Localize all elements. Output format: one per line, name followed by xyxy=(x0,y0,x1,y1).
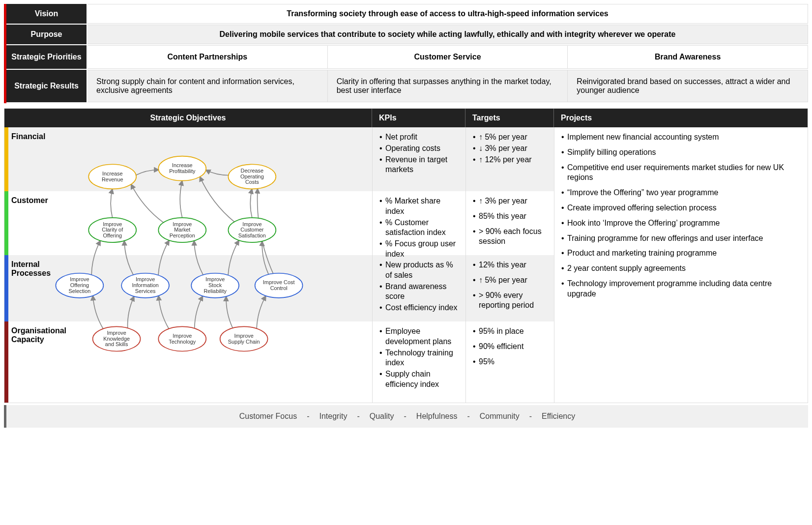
list-item: > 90% each focus session xyxy=(473,227,547,247)
strategic-result: Reinvigorated brand based on successes, … xyxy=(568,70,808,102)
header-projects: Projects xyxy=(554,109,808,127)
separator: - xyxy=(302,412,314,421)
svg-text:Improve: Improve xyxy=(242,221,261,227)
list-item: % Focus group user index xyxy=(379,239,459,260)
causal-arrow xyxy=(128,296,135,328)
svg-text:Satisfaction: Satisfaction xyxy=(238,233,266,238)
strategy-map-svg: IncreaseRevenueIncreaseProfitabilityDecr… xyxy=(4,127,312,403)
strategic-priority: Customer Service xyxy=(328,45,568,69)
causal-arrow xyxy=(124,240,133,275)
objective-node: ImproveTechnology xyxy=(158,326,206,351)
list-item: Operating costs xyxy=(379,144,459,154)
svg-text:and Skills: and Skills xyxy=(105,341,128,347)
svg-text:Information: Information xyxy=(132,282,158,288)
targets-column: ↑ 5% per year↓ 3% per year↑ 12% per year… xyxy=(465,127,554,403)
list-item: Revenue in target markets xyxy=(379,155,459,175)
list-item: Net profit xyxy=(379,132,459,143)
strategic-result: Strong supply chain for content and info… xyxy=(87,70,328,102)
svg-text:Perception: Perception xyxy=(170,233,195,238)
svg-text:Improve Cost: Improve Cost xyxy=(263,279,295,285)
objective-node: ImproveSupply Chain xyxy=(220,326,268,351)
vision-text: Transforming society through ease of acc… xyxy=(87,4,808,24)
strategic-priority: Brand Awareness xyxy=(568,45,808,69)
svg-text:Knowledge: Knowledge xyxy=(103,336,130,342)
list-item: % Market share index xyxy=(379,196,459,217)
svg-text:Improve: Improve xyxy=(173,221,192,227)
svg-text:Market: Market xyxy=(174,227,190,233)
top-section: Vision Transforming society through ease… xyxy=(4,4,808,103)
svg-text:Increase: Increase xyxy=(102,171,123,176)
customer-kpis: % Market share index% Customer satisfact… xyxy=(373,191,465,255)
svg-text:Costs: Costs xyxy=(245,179,259,185)
svg-text:Services: Services xyxy=(135,288,156,294)
causal-arrow xyxy=(180,180,182,218)
objective-node: Improve CostControl xyxy=(255,273,303,298)
list-item: 85% this year xyxy=(473,211,547,222)
causal-arrow xyxy=(159,295,169,329)
internal-kpis: New products as % of salesBrand awarenes… xyxy=(373,255,465,321)
svg-text:Improve: Improve xyxy=(103,221,122,227)
objective-node: ImproveKnowledgeand Skills xyxy=(93,326,141,351)
core-value: Customer Focus xyxy=(234,412,302,421)
list-item: Training programme for new offerings and… xyxy=(561,233,801,244)
list-item: Hook into ‘Improve the Offering’ program… xyxy=(561,218,801,229)
projects-list: Implement new financial accounting syste… xyxy=(561,132,801,299)
list-item: ↑ 5% per year xyxy=(473,275,547,286)
internal-targets: 12% this year↑ 5% per year> 90% every re… xyxy=(466,255,554,321)
list-item: 95% xyxy=(473,357,547,367)
causal-arrow xyxy=(131,184,164,223)
objective-node: ImproveCustomerSatisfaction xyxy=(228,218,276,242)
vision-label: Vision xyxy=(6,4,87,24)
strategic-result: Clarity in offering that surpasses anyth… xyxy=(328,70,568,102)
svg-text:Improve: Improve xyxy=(173,333,192,339)
main-header: Strategic Objectives KPIs Targets Projec… xyxy=(4,109,808,127)
svg-text:Supply Chain: Supply Chain xyxy=(228,339,260,345)
svg-text:Profitability: Profitability xyxy=(169,168,196,174)
svg-text:Technology: Technology xyxy=(169,339,196,345)
causal-arrow xyxy=(205,170,229,175)
core-value: Quality xyxy=(365,412,399,421)
list-item: Cost efficiency index xyxy=(379,303,459,313)
objective-node: ImproveInformationServices xyxy=(121,273,169,298)
causal-arrow xyxy=(93,295,103,329)
purpose-row: Purpose Delivering mobile services that … xyxy=(6,25,808,45)
purpose-text: Delivering mobile services that contribu… xyxy=(87,25,808,44)
causal-arrow xyxy=(136,170,159,175)
strategic-priorities-label: Strategic Priorities xyxy=(6,45,87,69)
right-area: Net profitOperating costsRevenue in targ… xyxy=(372,127,808,403)
svg-text:Increase: Increase xyxy=(172,162,193,168)
header-targets: Targets xyxy=(465,109,554,127)
strategic-results-row: Strategic Results Strong supply chain fo… xyxy=(6,70,808,103)
values-row: Customer Focus - Integrity - Quality - H… xyxy=(4,405,808,428)
svg-text:Stock: Stock xyxy=(208,282,222,288)
list-item: 12% this year xyxy=(473,260,547,270)
svg-text:Clarity of: Clarity of xyxy=(102,227,123,233)
main-body: Financial Customer Internal Processes Or… xyxy=(4,127,808,403)
core-value: Integrity xyxy=(314,412,352,421)
list-item: Technology training index xyxy=(379,348,459,369)
list-item: Supply chain efficiency index xyxy=(379,369,459,390)
causal-arrow xyxy=(250,189,252,218)
svg-text:Revenue: Revenue xyxy=(102,176,123,182)
causal-arrow xyxy=(194,240,203,275)
svg-text:Control: Control xyxy=(270,285,288,291)
svg-text:Customer: Customer xyxy=(240,227,263,233)
svg-text:Improve: Improve xyxy=(234,333,254,339)
svg-text:Improve: Improve xyxy=(70,276,89,282)
objective-node: ImproveStockReliability xyxy=(191,273,239,298)
list-item: Product and marketing training programme xyxy=(561,248,801,259)
strategic-priority: Content Partnerships xyxy=(87,45,328,69)
objective-node: IncreaseProfitability xyxy=(158,156,206,181)
financial-targets: ↑ 5% per year↓ 3% per year↑ 12% per year xyxy=(466,127,554,191)
list-item: Simplify billing operations xyxy=(561,147,801,158)
causal-arrow xyxy=(228,240,239,275)
svg-text:Selection: Selection xyxy=(69,288,91,294)
financial-kpis: Net profitOperating costsRevenue in targ… xyxy=(373,127,465,191)
core-value: Efficiency xyxy=(537,412,580,421)
org-targets: 95% in place90% efficient95% xyxy=(466,321,554,403)
list-item: > 90% every reporting period xyxy=(473,291,547,311)
list-item: ↑ 12% per year xyxy=(473,155,547,165)
customer-targets: ↑ 3% per year85% this year> 90% each foc… xyxy=(466,191,554,255)
org-kpis: Employee development plansTechnology tra… xyxy=(373,321,465,403)
list-item: “Improve the Offering” two year programm… xyxy=(561,188,801,198)
